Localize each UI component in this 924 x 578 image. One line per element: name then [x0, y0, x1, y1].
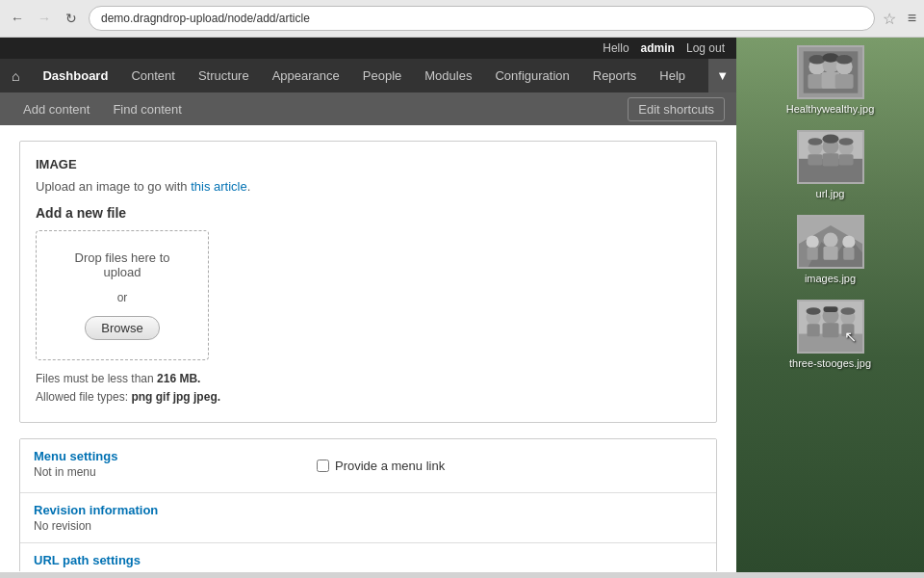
svg-point-20: [808, 138, 822, 145]
file-info: Files must be less than 216 MB. Allowed …: [36, 370, 701, 407]
svg-point-9: [822, 53, 838, 62]
nav-dropdown-icon[interactable]: ▼: [708, 59, 736, 92]
thumb-url-label: url.jpg: [816, 188, 845, 199]
add-new-file-label: Add a new file: [36, 205, 701, 221]
edit-shortcuts-button[interactable]: Edit shortcuts: [628, 97, 725, 121]
provide-menu-link-label: Provide a menu link: [317, 459, 689, 473]
svg-rect-31: [843, 248, 854, 260]
forward-button[interactable]: →: [35, 9, 54, 28]
admin-main-nav: ⌂ Dashboard Content Structure Appearance…: [0, 59, 736, 92]
allowed-types: png gif jpg jpeg.: [131, 390, 220, 404]
svg-point-37: [806, 307, 820, 315]
provide-menu-link-text: Provide a menu link: [335, 459, 445, 473]
url-path-title[interactable]: URL path settings: [34, 553, 141, 567]
svg-rect-29: [807, 248, 817, 260]
nav-help[interactable]: Help: [648, 59, 697, 92]
thumb-images: [797, 215, 864, 269]
add-content-link[interactable]: Add content: [12, 94, 101, 124]
menu-settings-title[interactable]: Menu settings: [34, 449, 117, 463]
menu-settings-section: Menu settings Not in menu Provide a menu…: [20, 439, 716, 493]
nav-modules[interactable]: Modules: [413, 59, 483, 92]
menu-settings-subtitle: Not in menu: [34, 465, 303, 479]
svg-point-28: [842, 235, 855, 248]
nav-dashboard[interactable]: Dashboard: [31, 59, 119, 92]
image-section-title: IMAGE: [36, 157, 701, 171]
svg-rect-18: [822, 153, 838, 166]
menu-settings-left: Menu settings Not in menu: [34, 449, 303, 483]
url-path-subtitle: No alias: [34, 569, 703, 571]
nav-people[interactable]: People: [351, 59, 413, 92]
svg-rect-42: [841, 324, 854, 336]
sidebar-item-images[interactable]: images.jpg: [736, 207, 924, 292]
thumb-images-label: images.jpg: [805, 273, 856, 284]
browser-menu-icon[interactable]: ≡: [908, 10, 916, 27]
svg-rect-41: [822, 323, 838, 337]
svg-rect-38: [823, 306, 837, 312]
address-bar[interactable]: [89, 6, 875, 31]
or-label: or: [117, 291, 128, 304]
provide-menu-link-checkbox[interactable]: [317, 460, 329, 472]
username-label: admin: [641, 41, 675, 55]
upload-dropzone[interactable]: Drop files here to upload or Browse: [36, 230, 209, 360]
svg-rect-19: [838, 154, 853, 165]
svg-point-21: [822, 134, 838, 143]
logout-link[interactable]: Log out: [686, 41, 725, 55]
admin-top-bar: Hello admin Log out: [0, 38, 736, 59]
svg-point-22: [838, 138, 853, 145]
revision-info-title[interactable]: Revision information: [34, 503, 158, 517]
back-button[interactable]: ←: [8, 9, 27, 28]
svg-point-27: [823, 233, 837, 248]
thumb-healthywealthy-label: Healthywealthy.jpg: [786, 103, 875, 115]
nav-appearance[interactable]: Appearance: [261, 59, 351, 92]
thumb-three-stooges: ↖: [797, 300, 864, 354]
nav-reports[interactable]: Reports: [581, 59, 649, 92]
right-sidebar: Healthywealthy.jpg: [736, 38, 924, 572]
settings-panel: Menu settings Not in menu Provide a menu…: [19, 438, 717, 571]
url-path-section: URL path settings No alias: [20, 543, 716, 571]
bookmark-icon[interactable]: ☆: [883, 10, 896, 28]
sidebar-item-healthywealthy[interactable]: Healthywealthy.jpg: [736, 38, 924, 122]
thumb-healthywealthy: [797, 45, 864, 99]
svg-rect-17: [808, 154, 822, 165]
hello-label: Hello: [603, 41, 629, 55]
thumb-url: [797, 130, 864, 184]
svg-point-26: [806, 235, 818, 248]
find-content-link[interactable]: Find content: [101, 94, 193, 124]
image-section-description: Upload an image to go with this article.: [36, 179, 701, 194]
form-area: IMAGE Upload an image to go with this ar…: [0, 125, 736, 571]
browse-button[interactable]: Browse: [85, 316, 159, 340]
this-article-link[interactable]: this article: [191, 179, 247, 194]
svg-rect-7: [834, 74, 853, 89]
nav-configuration[interactable]: Configuration: [483, 59, 580, 92]
svg-point-8: [808, 55, 825, 64]
admin-bar: Hello admin Log out ⌂ Dashboard Content …: [0, 38, 736, 92]
svg-point-39: [840, 307, 855, 315]
nav-structure[interactable]: Structure: [187, 59, 261, 92]
browser-toolbar: ← → ↻ ☆ ≡: [0, 0, 924, 37]
page-wrapper: Hello admin Log out ⌂ Dashboard Content …: [0, 38, 924, 572]
revision-info-subtitle: No revision: [34, 519, 703, 533]
file-size-limit: 216 MB.: [157, 372, 200, 385]
main-content: Hello admin Log out ⌂ Dashboard Content …: [0, 38, 736, 572]
nav-content[interactable]: Content: [119, 59, 187, 92]
refresh-button[interactable]: ↻: [62, 9, 81, 28]
drop-files-text: Drop files here to upload: [56, 250, 189, 279]
thumb-three-stooges-label: three-stooges.jpg: [789, 357, 871, 369]
menu-settings-right: Provide a menu link: [303, 449, 703, 483]
svg-point-10: [835, 55, 852, 64]
image-section: IMAGE Upload an image to go with this ar…: [19, 141, 717, 423]
sidebar-item-three-stooges[interactable]: ↖ three-stooges.jpg: [736, 292, 924, 377]
menu-settings-row: Menu settings Not in menu Provide a menu…: [34, 449, 703, 483]
revision-info-section: Revision information No revision: [20, 493, 716, 543]
secondary-nav: Add content Find content Edit shortcuts: [0, 92, 736, 125]
browser-chrome: ← → ↻ ☆ ≡: [0, 0, 924, 38]
sidebar-item-url[interactable]: url.jpg: [736, 122, 924, 207]
svg-rect-40: [807, 324, 819, 336]
home-icon[interactable]: ⌂: [0, 61, 31, 92]
svg-rect-30: [823, 247, 837, 260]
